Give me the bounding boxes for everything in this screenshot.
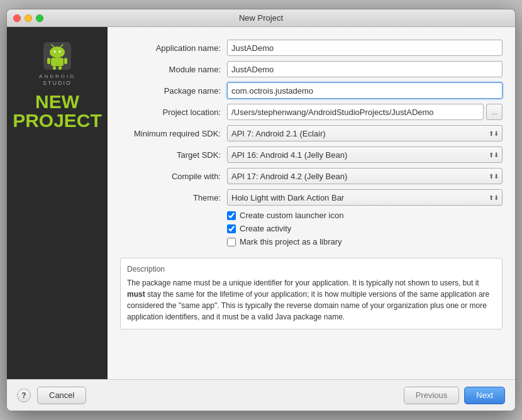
create-activity-label[interactable]: Create activity	[240, 224, 291, 233]
svg-rect-10	[58, 66, 62, 70]
project-location-input[interactable]	[227, 104, 484, 120]
sidebar: ANDROID STUDIO NEW PROJECT	[7, 27, 108, 379]
cancel-button[interactable]: Cancel	[37, 387, 86, 404]
next-button[interactable]: Next	[464, 387, 505, 404]
title-bar: New Project	[7, 9, 515, 27]
module-name-row: Module name:	[120, 61, 503, 77]
package-name-input[interactable]	[227, 82, 503, 99]
bottom-left: ? Cancel	[17, 387, 86, 404]
create-activity-checkbox[interactable]	[227, 224, 236, 233]
compile-with-select-wrapper: API 16: Android 4.1 (Jelly Bean) API 17:…	[227, 168, 503, 184]
svg-rect-8	[64, 58, 67, 64]
bottom-bar: ? Cancel Previous Next	[7, 379, 515, 411]
description-text-bold: must	[127, 290, 145, 299]
compile-with-select[interactable]: API 16: Android 4.1 (Jelly Bean) API 17:…	[227, 168, 503, 184]
new-project-window: New Project	[6, 9, 516, 411]
app-name-label: Application name:	[120, 43, 227, 53]
target-sdk-select[interactable]: API 14: Android 4.0 (ICS) API 15: Androi…	[227, 146, 503, 163]
form-area: Application name: Module name: Package n…	[108, 27, 515, 379]
description-text-part1: The package name must be a unique identi…	[127, 279, 479, 287]
maximize-button[interactable]	[36, 14, 43, 22]
app-name-row: Application name:	[120, 40, 503, 56]
module-name-input[interactable]	[227, 61, 503, 77]
compile-with-label: Compile with:	[120, 172, 227, 181]
app-name-input[interactable]	[227, 40, 503, 56]
browse-button[interactable]: ...	[486, 104, 503, 120]
main-content: ANDROID STUDIO NEW PROJECT Application n…	[7, 27, 515, 379]
theme-row: Theme: Holo Light with Dark Action Bar H…	[120, 189, 503, 206]
bottom-right: Previous Next	[404, 387, 505, 404]
target-sdk-row: Target SDK: API 14: Android 4.0 (ICS) AP…	[120, 146, 503, 163]
theme-label: Theme:	[120, 193, 227, 202]
svg-point-1	[50, 47, 65, 58]
android-robot-icon	[41, 40, 74, 72]
mark-library-label[interactable]: Mark this project as a library	[240, 237, 342, 246]
project-location-row: Project location: ...	[120, 104, 503, 120]
window-title: New Project	[239, 13, 283, 23]
close-button[interactable]	[13, 14, 21, 22]
svg-rect-7	[47, 58, 50, 64]
android-label: ANDROID STUDIO	[39, 74, 75, 86]
checkbox-library-row: Mark this project as a library	[120, 237, 503, 246]
checkbox-activity-row: Create activity	[120, 224, 503, 233]
module-name-label: Module name:	[120, 65, 227, 74]
description-title: Description	[127, 265, 496, 274]
package-name-label: Package name:	[120, 86, 227, 96]
mark-library-checkbox[interactable]	[227, 238, 236, 246]
svg-point-2	[53, 51, 55, 53]
project-location-input-group: ...	[227, 104, 503, 120]
svg-rect-9	[53, 66, 56, 70]
minimize-button[interactable]	[25, 14, 32, 22]
min-sdk-select[interactable]: API 7: Android 2.1 (Eclair) API 8: Andro…	[227, 125, 503, 141]
target-sdk-select-wrapper: API 14: Android 4.0 (ICS) API 15: Androi…	[227, 146, 503, 163]
theme-select-wrapper: Holo Light with Dark Action Bar Holo Dar…	[227, 189, 503, 206]
traffic-lights	[13, 14, 43, 22]
previous-button[interactable]: Previous	[404, 387, 460, 404]
min-sdk-row: Minimum required SDK: API 7: Android 2.1…	[120, 125, 503, 141]
checkbox-launcher-row: Create custom launcher icon	[120, 211, 503, 220]
project-location-label: Project location:	[120, 108, 227, 117]
target-sdk-label: Target SDK:	[120, 150, 227, 160]
project-label: PROJECT	[13, 111, 102, 130]
description-text-part2: stay the same for the lifetime of your a…	[127, 290, 489, 321]
theme-select[interactable]: Holo Light with Dark Action Bar Holo Dar…	[227, 189, 503, 206]
sidebar-new-project: NEW PROJECT	[13, 92, 102, 130]
min-sdk-select-wrapper: API 7: Android 2.1 (Eclair) API 8: Andro…	[227, 125, 503, 141]
min-sdk-label: Minimum required SDK:	[120, 129, 227, 138]
create-launcher-checkbox[interactable]	[227, 211, 236, 220]
android-studio-logo: ANDROID STUDIO	[39, 40, 75, 86]
package-name-row: Package name:	[120, 82, 503, 99]
description-text: The package name must be a unique identi…	[127, 277, 496, 323]
create-launcher-label[interactable]: Create custom launcher icon	[240, 211, 343, 220]
new-label: NEW	[13, 92, 102, 111]
compile-with-row: Compile with: API 16: Android 4.1 (Jelly…	[120, 168, 503, 184]
svg-point-3	[58, 51, 60, 53]
svg-rect-6	[51, 58, 64, 66]
help-button[interactable]: ?	[17, 389, 31, 402]
description-box: Description The package name must be a u…	[120, 258, 503, 329]
